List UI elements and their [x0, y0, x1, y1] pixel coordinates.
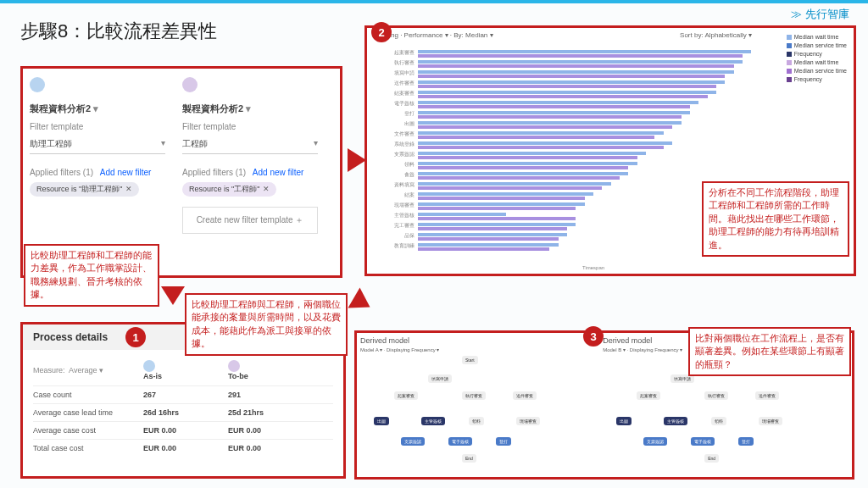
- graph-node[interactable]: 現場審查: [759, 417, 782, 425]
- marker-3: 3: [583, 326, 604, 347]
- add-filter-link-b[interactable]: Add new filter: [253, 168, 304, 177]
- brand-logo: ≫ 先行智庫: [791, 7, 849, 22]
- filter-select-b[interactable]: 工程師▾: [182, 135, 318, 154]
- bar-row: 會簽: [418, 172, 769, 180]
- graph-node[interactable]: 送件審查: [513, 391, 537, 400]
- avatar-b: [182, 77, 198, 92]
- graph-node[interactable]: 出圖: [374, 417, 389, 425]
- graph-node[interactable]: 執行審查: [462, 391, 486, 400]
- filter-chip-b[interactable]: Resource is "工程師"✕: [182, 182, 276, 197]
- table-row: Average case costEUR 0.00EUR 0.00: [33, 421, 333, 439]
- add-filter-link-a[interactable]: Add new filter: [100, 168, 152, 177]
- chevron-down-icon[interactable]: ▾: [93, 103, 98, 114]
- graph-node[interactable]: 登打: [738, 437, 754, 446]
- graph-node[interactable]: End: [704, 454, 719, 463]
- bar-row: 電子簽核: [418, 101, 769, 108]
- filter-template-label-a: Filter template: [30, 122, 169, 131]
- process-graph-left[interactable]: Start填寫申請起案審查執行審查送件審查出圖主管簽核領料現場審查支票簽認電子簽…: [360, 354, 596, 461]
- graph-node[interactable]: 現場審查: [516, 417, 540, 425]
- graph-node[interactable]: 主管簽核: [664, 417, 687, 425]
- filter-select-a[interactable]: 助理工程師▾: [30, 135, 165, 154]
- callout-2: 比較助理工程師與工程師，兩個職位能承接的案量與所需時間，以及花費成本，能藉此作為…: [185, 293, 348, 356]
- arrow-right-icon: [348, 148, 366, 172]
- bar-row: 登打: [418, 111, 769, 119]
- bar-row: 結案審查: [418, 91, 769, 98]
- chart-sort[interactable]: Sort by: Alphabetically ▾: [680, 31, 752, 39]
- graph-node[interactable]: 執行審查: [704, 391, 728, 400]
- bar-row: 出圖: [418, 121, 769, 129]
- close-icon[interactable]: ✕: [263, 185, 270, 193]
- graph-node[interactable]: 領料: [711, 417, 726, 425]
- derived-ctrl-left[interactable]: Model A ▾ · Displaying Frequency ▾: [360, 347, 596, 352]
- chart-legend: Median wait timeMedian service timeFrequ…: [787, 33, 847, 85]
- create-template-button[interactable]: Create new filter template ＋: [182, 207, 318, 234]
- bar-row: 系統登錄: [418, 141, 769, 149]
- bar-row: 起案審查: [418, 50, 769, 58]
- avatar-b-icon: [228, 360, 240, 372]
- graph-node[interactable]: 填寫申請: [428, 374, 452, 383]
- filter-col-a: 製程資料分析2 ▾ Filter template 助理工程師▾ Applied…: [23, 69, 175, 205]
- chart-xaxis-label: Timespan: [418, 265, 769, 270]
- filter-col-b: 製程資料分析2 ▾ Filter template 工程師▾ Applied f…: [175, 69, 328, 242]
- bar-row: 送件審查: [418, 80, 769, 88]
- bar-row: 支票簽認: [418, 152, 769, 159]
- chevron-down-icon[interactable]: ▾: [246, 103, 251, 114]
- applied-filters-b: Applied filters (1) Add new filter: [182, 168, 321, 177]
- measure-select[interactable]: Average ▾: [69, 366, 103, 374]
- bar-row: 執行審查: [418, 60, 769, 68]
- graph-node[interactable]: 電子簽核: [448, 437, 472, 446]
- marker-2: 2: [371, 22, 392, 42]
- avatar-a-icon: [143, 360, 155, 372]
- arrow-diag-icon: [348, 287, 376, 317]
- bar-row: 領料: [418, 162, 769, 169]
- graph-node[interactable]: 登打: [496, 437, 511, 446]
- filter-chip-a[interactable]: Resource is "助理工程師"✕: [30, 182, 139, 197]
- table-row: Case count267291: [33, 385, 333, 403]
- graph-node[interactable]: 支票簽認: [643, 437, 667, 446]
- chevron-down-icon: ▾: [161, 138, 165, 150]
- table-header: Measure: Average ▾ As-is To-be: [33, 355, 333, 385]
- applied-filters-a: Applied filters (1) Add new filter: [30, 168, 169, 177]
- table-row: Average case lead time26d 16hrs25d 21hrs: [33, 403, 333, 421]
- page-title: 步驟8：比較流程差異性: [20, 19, 217, 44]
- dataset-title-a: 製程資料分析2 ▾: [30, 103, 169, 115]
- graph-node[interactable]: 送件審查: [755, 391, 779, 400]
- graph-node[interactable]: 電子簽核: [691, 437, 715, 446]
- filter-template-label-b: Filter template: [182, 122, 321, 131]
- arrow-down-icon: [161, 286, 185, 305]
- close-icon[interactable]: ✕: [125, 185, 132, 193]
- bar-row: 填寫申請: [418, 70, 769, 78]
- chart-controls[interactable]: laying · Performance ▾ · By: Median ▾: [381, 31, 493, 39]
- callout-3: 分析在不同工作流程階段，助理工程師和工程師所需的工作時間。藉此找出在哪些工作環節…: [702, 181, 849, 257]
- dataset-title-b: 製程資料分析2 ▾: [182, 103, 321, 115]
- table-row: Total case costEUR 0.00EUR 0.00: [33, 439, 333, 457]
- chevron-down-icon: ▾: [314, 138, 318, 150]
- graph-node[interactable]: 出圖: [616, 417, 632, 425]
- graph-node[interactable]: 領料: [469, 417, 484, 425]
- derived-title-left: Derived model: [360, 336, 596, 345]
- callout-1: 比較助理工程師和工程師的能力差異，作為工作職掌設計、職務練規劃、晉升考核的依據。: [24, 244, 159, 307]
- marker-1: 1: [125, 327, 146, 347]
- graph-node[interactable]: 起案審查: [637, 391, 660, 400]
- derived-model-left: Derived model Model A ▾ · Displaying Fre…: [357, 333, 599, 464]
- graph-node[interactable]: 主管簽核: [421, 417, 445, 425]
- graph-node[interactable]: 起案審查: [394, 391, 418, 400]
- callout-4: 比對兩個職位在工作流程上，是否有顯著差異。例如在某些環節上有顯著的瓶頸？: [688, 327, 851, 376]
- graph-node[interactable]: End: [462, 454, 476, 463]
- avatar-a: [30, 77, 45, 92]
- graph-node[interactable]: Start: [462, 356, 478, 364]
- graph-node[interactable]: 支票簽認: [401, 437, 425, 446]
- bar-row: 文件審查: [418, 131, 769, 139]
